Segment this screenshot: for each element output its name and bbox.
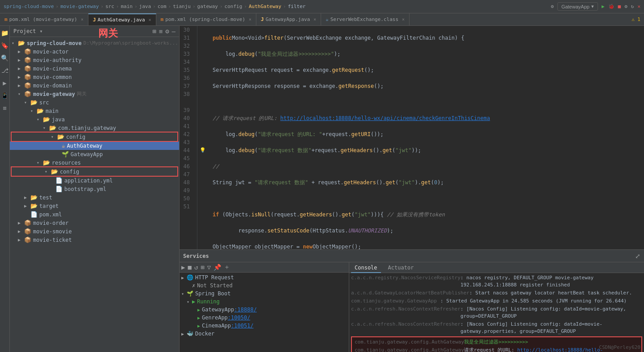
filter-icon[interactable]: ⚙: [165, 28, 169, 35]
tree-pom[interactable]: 📄 pom.xml: [10, 210, 179, 219]
svc-spring-boot[interactable]: ▾ 🌱 Spring Boot: [180, 290, 349, 298]
run-icon[interactable]: ▶: [602, 4, 605, 9]
pin-service-icon[interactable]: 📌: [213, 264, 221, 271]
code-line-42: ObjectMapper objectMapper = new ObjectMa…: [213, 243, 644, 249]
tab-pom-main[interactable]: m pom.xml (spring-cloud-move) ×: [156, 13, 256, 26]
code-area[interactable]: 30 31 32 33 34 35 36 37 38 39 40 41 42 4…: [180, 26, 644, 249]
expand-arrow: ▶: [181, 331, 187, 336]
folder-icon: 📂: [30, 203, 38, 209]
hide-icon[interactable]: —: [172, 28, 176, 35]
svc-cinema-app[interactable]: ▶ CinemaApp :10051/: [180, 322, 349, 330]
android-icon[interactable]: 📱: [1, 92, 8, 99]
svc-app-link[interactable]: :18888/: [234, 306, 257, 313]
tab-console[interactable]: Console: [351, 262, 381, 273]
tab-close-icon[interactable]: ×: [249, 17, 251, 22]
breadcrumb-java: java: [139, 4, 151, 9]
settings2-icon[interactable]: ⚙: [624, 4, 627, 9]
run-config-button[interactable]: GatewayApp ▾: [557, 2, 598, 11]
tab-actuator[interactable]: Actuator: [385, 262, 418, 273]
group-service-icon[interactable]: ⊞: [201, 264, 204, 271]
tree-movie-order[interactable]: ▶ 📦 movie-order: [10, 219, 179, 227]
tree-main[interactable]: ▾ 📂 main: [10, 107, 179, 115]
tab-server-exchange[interactable]: ☕ ServerWebExchange.class ×: [321, 13, 410, 26]
stop-icon[interactable]: ■: [618, 4, 621, 9]
tree-movie-cinema[interactable]: ▶ 📦 movie-cinema: [10, 64, 179, 73]
svc-http-request[interactable]: ▶ 🌐 HTTP Request: [180, 273, 349, 282]
tree-auth-gateway[interactable]: ☕ AuthGateway: [10, 141, 179, 150]
tree-movie-actor[interactable]: ▶ 📦 movie-actor: [10, 47, 179, 56]
close-icon[interactable]: ✕: [637, 4, 640, 9]
running-indicator: ▶: [197, 315, 200, 320]
settings-icon[interactable]: ⚙: [551, 4, 554, 9]
svc-app-link[interactable]: :10050/: [228, 315, 251, 321]
tree-config-res[interactable]: ▾ 📂 config: [12, 167, 177, 176]
node-label: pom.xml: [39, 211, 62, 218]
tree-resources[interactable]: ▾ 📂 resources: [10, 158, 179, 167]
add-service-icon[interactable]: ＋: [224, 263, 230, 271]
svc-running-group[interactable]: ▾ ▶ Running: [180, 298, 349, 306]
tree-movie-ticket[interactable]: ▶ 📦 movie-ticket: [10, 236, 179, 244]
node-label: movie-cinema: [33, 66, 72, 72]
tree-root[interactable]: ▾ 📂 spring-cloud-move D:\Myprogram\sprin…: [10, 39, 179, 47]
tab-pom-gateway[interactable]: m pom.xml (movie-gateway) ×: [0, 13, 88, 26]
tab-gateway-app[interactable]: J GatewayApp.java ×: [256, 13, 321, 26]
tree-movie-common[interactable]: ▶ 📦 movie-common: [10, 73, 179, 81]
stop-service-icon[interactable]: ■: [188, 264, 191, 271]
tree-bootstrap-yml[interactable]: 📄 bootstrap.yml: [10, 185, 179, 193]
tab-close-icon[interactable]: ×: [149, 17, 151, 22]
restart-service-icon[interactable]: ↺: [194, 264, 198, 271]
expand-arrow: ▶: [18, 237, 24, 242]
log-url-link[interactable]: http://localhost:18888/hello-wx/api/cine…: [464, 347, 603, 352]
run-service-icon[interactable]: ▶: [181, 264, 185, 271]
breadcrumb-com: com: [158, 4, 167, 9]
svc-app-link[interactable]: :10051/: [231, 323, 254, 329]
sort-icon[interactable]: ≡: [159, 28, 163, 35]
run-side-icon[interactable]: ▶: [3, 79, 6, 87]
svc-docker[interactable]: ▶ 🐳 Docker: [180, 330, 349, 338]
tab-close-icon[interactable]: ×: [314, 17, 316, 22]
debug-icon[interactable]: 🐞: [608, 4, 615, 9]
structure-icon[interactable]: ≡: [3, 104, 6, 112]
update-icon[interactable]: ↻: [631, 4, 634, 9]
svc-genre-app[interactable]: ▶ GenreApp :10050/: [180, 314, 349, 322]
find-icon[interactable]: 🔍: [1, 54, 8, 62]
tree-test[interactable]: ▶ 📂 test: [10, 193, 179, 202]
sidebar-toolbar: ⊞ ≡ ⚙ —: [152, 28, 176, 35]
tree-config[interactable]: ▾ 📂 config: [12, 133, 177, 141]
breadcrumb-tianju: tianju: [173, 4, 191, 9]
breadcrumb-gateway[interactable]: movie-gateway: [60, 4, 99, 9]
tree-app-yml[interactable]: 📄 application.yml: [10, 176, 179, 185]
tree-package[interactable]: ▾ 📂 com.tianju.gateway: [10, 124, 179, 132]
line-numbers: 30 31 32 33 34 35 36 37 38 39 40 41 42 4…: [180, 26, 197, 249]
tab-auth-gateway[interactable]: J AuthGateway.java ×: [88, 13, 156, 26]
code-line-40: if (Objects.isNull(request.getHeaders().…: [213, 211, 644, 219]
tree-movie-authority[interactable]: ▶ 📦 movie-authority: [10, 56, 179, 64]
breadcrumb-root[interactable]: spring-cloud-move: [4, 4, 54, 9]
expand-arrow: ▶: [18, 229, 24, 234]
bottom-main: ▶ ■ ↺ ⊞ ▽ 📌 ＋ ▶ 🌐: [180, 262, 644, 352]
tree-src[interactable]: ▾ 📂 src: [10, 98, 179, 107]
expand-arrow: ▾: [18, 91, 24, 96]
log-entry: c.a.c.n.registry.NacosServiceRegistry : …: [349, 274, 644, 289]
expand-icon[interactable]: ⤢: [635, 253, 640, 260]
svc-gateway-app[interactable]: ▶ GatewayApp :18888/: [180, 306, 349, 314]
project-icon[interactable]: 📁: [1, 29, 8, 37]
tree-java[interactable]: ▾ 📂 java: [10, 115, 179, 124]
bookmark-icon[interactable]: 🔖: [1, 42, 8, 49]
tree-movie-gateway[interactable]: ▾ 📦 movie-gateway 网关: [10, 90, 179, 98]
tab-close-icon[interactable]: ×: [402, 17, 405, 22]
filter-service-icon[interactable]: ▽: [207, 264, 211, 271]
tree-movie-smovie[interactable]: ▶ 📦 movie-smovie: [10, 227, 179, 236]
tree-movie-domain[interactable]: ▶ 📦 movie-domain: [10, 81, 179, 90]
tab-close-icon[interactable]: ×: [81, 17, 84, 22]
module-icon: 📦: [24, 48, 31, 55]
node-label: movie-common: [33, 74, 72, 80]
module-icon: 📦: [24, 219, 31, 226]
tree-target[interactable]: ▶ 📂 target: [10, 202, 179, 210]
git-icon[interactable]: ⎇: [1, 67, 8, 74]
tree-gateway-app[interactable]: 🌱 GatewayApp: [10, 150, 179, 158]
collapse-icon[interactable]: ⊞: [152, 28, 156, 35]
svc-not-started-label: Not Started: [197, 282, 232, 289]
watermark: CSDN@Perley620: [599, 344, 640, 350]
svc-not-started[interactable]: ✗ Not Started: [180, 282, 349, 290]
